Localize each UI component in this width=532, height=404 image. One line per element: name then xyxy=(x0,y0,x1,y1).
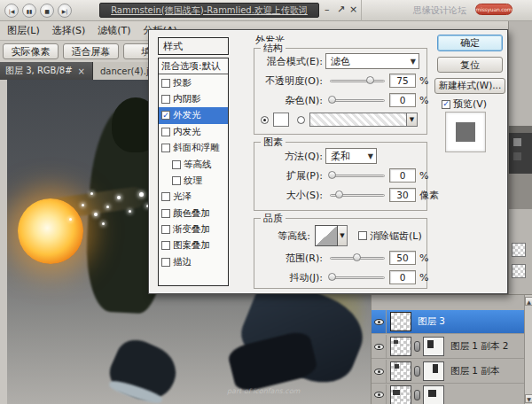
layer-mask-thumbnail[interactable] xyxy=(423,385,444,404)
checkbox-checked[interactable]: ✓ xyxy=(161,111,170,120)
layers-panel: 图层 3 图层 1 副本 2 图层 1 副本 ▲ ▼ xyxy=(371,294,532,404)
layer-row-partial[interactable] xyxy=(372,385,524,404)
visibility-eye-icon[interactable] xyxy=(374,344,384,350)
scroll-up-icon[interactable]: ▲ xyxy=(525,297,532,306)
visibility-eye-icon[interactable] xyxy=(374,369,384,375)
checkbox[interactable] xyxy=(161,209,170,218)
checkbox[interactable] xyxy=(161,79,170,88)
player-next-button[interactable]: ▶| xyxy=(58,4,72,18)
checkbox[interactable] xyxy=(161,241,170,250)
gradient-radio[interactable] xyxy=(297,116,305,124)
layer-row[interactable]: 图层 1 副本 xyxy=(372,360,524,384)
player-prev-button[interactable]: |◀ xyxy=(4,4,19,18)
minimize-button[interactable]: – xyxy=(325,4,330,16)
layer-thumbnail[interactable] xyxy=(390,337,411,356)
checkbox[interactable] xyxy=(161,192,170,201)
dock-gray-panel xyxy=(509,174,532,209)
gradient-picker-arrow[interactable]: ▼ xyxy=(407,113,418,127)
style-item-blending-options[interactable]: 混合选项:默认 xyxy=(159,58,228,74)
reset-button[interactable]: 复位 xyxy=(437,57,503,73)
stop-icon: ■ xyxy=(44,8,50,14)
style-item-color-overlay[interactable]: 颜色叠加 xyxy=(159,206,228,221)
checkbox[interactable] xyxy=(161,225,170,234)
spread-slider[interactable] xyxy=(330,170,385,182)
player-stop-button[interactable]: ■ xyxy=(40,4,54,18)
visibility-eye-icon[interactable] xyxy=(374,392,384,398)
visibility-eye-icon[interactable] xyxy=(374,319,384,325)
layer-thumbnail[interactable] xyxy=(390,361,411,381)
right-panel-dock xyxy=(508,21,532,296)
jitter-value[interactable]: 0 xyxy=(389,270,416,284)
opacity-slider[interactable] xyxy=(330,75,385,87)
sparkle xyxy=(129,210,131,213)
gradient-bar[interactable] xyxy=(309,113,407,127)
contour-label: 等高线: xyxy=(255,229,310,243)
checkbox[interactable] xyxy=(172,160,181,169)
divider xyxy=(361,0,362,21)
tab-close-icon[interactable]: × xyxy=(78,66,85,76)
layer-thumbnail[interactable] xyxy=(390,312,411,331)
style-item-texture[interactable]: 纹理 xyxy=(159,173,228,189)
layer-style-dialog: 样式 混合选项:默认 投影 内阴影 ✓外发光 内发光 斜面和浮雕 等高线 纹理 … xyxy=(148,29,508,294)
style-item-inner-shadow[interactable]: 内阴影 xyxy=(159,91,228,107)
contour-thumbnail[interactable] xyxy=(315,225,338,246)
layer-row-selected[interactable]: 图层 3 xyxy=(372,310,524,334)
style-item-contour[interactable]: 等高线 xyxy=(159,156,228,172)
dancer-shin xyxy=(226,329,319,393)
checkbox[interactable] xyxy=(161,95,170,104)
pause-icon: ▮▮ xyxy=(27,8,33,14)
noise-slider[interactable] xyxy=(330,95,385,106)
layer-mask-thumbnail[interactable] xyxy=(423,361,444,381)
jitter-slider[interactable] xyxy=(330,272,385,284)
style-item-stroke[interactable]: 描边 xyxy=(159,254,228,270)
menu-filter[interactable]: 滤镜(T) xyxy=(98,24,130,37)
opacity-value[interactable]: 75 xyxy=(389,74,416,88)
menu-layer[interactable]: 图层(L) xyxy=(7,24,40,37)
glow-color-swatch[interactable] xyxy=(273,113,289,127)
size-value[interactable]: 30 xyxy=(389,188,416,202)
new-style-button[interactable]: 新建样式(W)... xyxy=(434,78,505,94)
style-item-gradient-overlay[interactable]: 渐变叠加 xyxy=(159,221,228,237)
menu-select[interactable]: 选择(S) xyxy=(52,24,86,37)
size-slider[interactable] xyxy=(330,190,385,201)
color-radio[interactable] xyxy=(261,116,269,124)
style-item-pattern-overlay[interactable]: 图案叠加 xyxy=(159,237,228,253)
tab-active-document[interactable]: 图层 3, RGB/8# × xyxy=(0,62,93,80)
checkbox[interactable] xyxy=(172,176,181,185)
range-value[interactable]: 50 xyxy=(389,251,416,265)
layers-scrollbar[interactable]: ▲ ▼ xyxy=(524,295,532,404)
layer-mask-thumbnail[interactable] xyxy=(423,337,444,356)
checkbox[interactable] xyxy=(161,258,170,267)
close-button[interactable]: × xyxy=(349,4,357,16)
forum-watermark: 思缘设计论坛 xyxy=(413,4,466,17)
jitter-label: 抖动(J): xyxy=(255,271,323,284)
style-item-inner-glow[interactable]: 内发光 xyxy=(159,124,228,140)
spread-value[interactable]: 0 xyxy=(389,168,416,183)
noise-value[interactable]: 0 xyxy=(389,93,416,107)
antialias-label: 消除锯齿(L) xyxy=(370,229,422,243)
scroll-down-icon[interactable]: ▼ xyxy=(525,394,532,403)
range-slider[interactable] xyxy=(330,252,385,264)
fit-screen-button[interactable]: 适合屏幕 xyxy=(63,43,119,59)
ok-button[interactable]: 确定 xyxy=(437,35,503,51)
contour-picker-arrow[interactable]: ▼ xyxy=(338,225,348,246)
player-title-bar[interactable]: Rammstein(德国战车)-Rammlied.欢迎上传歌词 xyxy=(99,3,319,18)
blend-mode-dropdown[interactable]: 滤色▼ xyxy=(325,53,419,69)
style-item-bevel-emboss[interactable]: 斜面和浮雕 xyxy=(159,140,228,156)
layer-name: 图层 1 副本 2 xyxy=(450,340,508,353)
checkbox[interactable] xyxy=(161,144,170,152)
preview-checkbox[interactable]: ✓ xyxy=(442,100,450,109)
actual-pixels-button[interactable]: 实际像素 xyxy=(3,43,59,59)
restore-button[interactable]: ↗ xyxy=(337,4,345,16)
music-player-bar: |◀ ▮▮ ■ ▶| Rammstein(德国战车)-Rammlied.欢迎上传… xyxy=(0,0,532,21)
antialias-checkbox[interactable] xyxy=(358,231,367,240)
player-pause-button[interactable]: ▮▮ xyxy=(22,4,36,18)
layer-row[interactable]: 图层 1 副本 2 xyxy=(372,335,524,359)
checkbox[interactable] xyxy=(161,128,170,136)
style-item-drop-shadow[interactable]: 投影 xyxy=(159,74,228,90)
style-item-satin[interactable]: 光泽 xyxy=(159,189,228,205)
style-item-outer-glow[interactable]: ✓外发光 xyxy=(159,107,228,123)
technique-dropdown[interactable]: 柔和▼ xyxy=(325,148,377,164)
styles-header: 样式 xyxy=(158,37,229,55)
layer-thumbnail[interactable] xyxy=(390,385,411,404)
